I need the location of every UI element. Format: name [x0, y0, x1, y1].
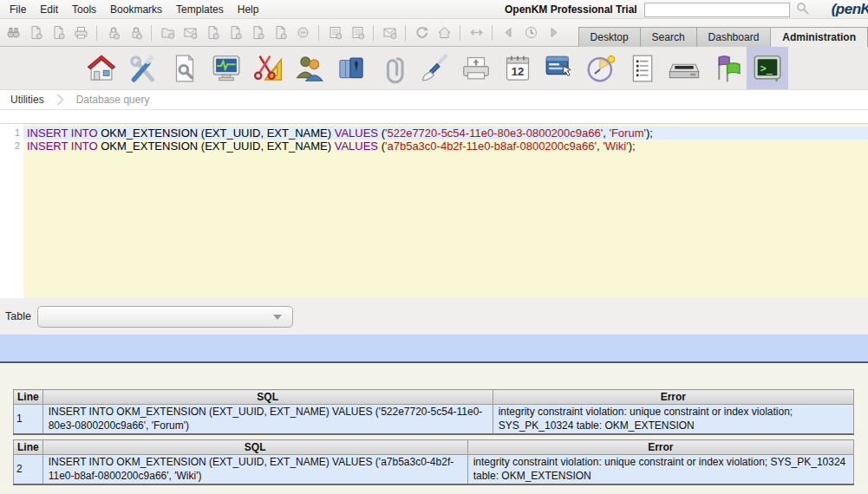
document-add-icon[interactable] — [201, 23, 224, 42]
sql-token: INSERT INTO — [27, 127, 101, 140]
table-select-label: Table — [5, 310, 31, 322]
column-header-line: Line — [14, 440, 43, 455]
breadcrumb-item-utilities[interactable]: Utilities — [10, 94, 44, 106]
menu-item-bookmarks[interactable]: Bookmarks — [103, 1, 169, 18]
scissors-ruler-icon[interactable] — [247, 47, 289, 89]
result-cell-sql: INSERT INTO OKM_EXTENSION (EXT_UUID, EXT… — [42, 405, 493, 435]
document-wrench-icon[interactable] — [164, 47, 206, 89]
magnifier-icon[interactable] — [796, 2, 809, 18]
refresh-icon[interactable] — [410, 23, 433, 42]
wardrobe-icon[interactable] — [330, 47, 372, 89]
calendar-icon[interactable]: 12 — [497, 47, 538, 89]
result-table-2: LineSQLError2INSERT INTO OKM_EXTENSION (… — [13, 439, 854, 485]
tab-desktop[interactable]: Desktop — [578, 27, 640, 47]
report-icon[interactable] — [622, 47, 663, 89]
table-select-row: Table — [0, 298, 868, 335]
menu-item-tools[interactable]: Tools — [65, 1, 103, 18]
terminal-icon[interactable]: >_ — [747, 47, 788, 89]
result-table-1: LineSQLError1INSERT INTO OKM_EXTENSION (… — [13, 389, 854, 435]
editor-gutter: 12 — [0, 124, 23, 298]
home-icon[interactable] — [81, 47, 122, 89]
sql-token: ); — [629, 140, 636, 153]
line-number: 2 — [0, 140, 20, 153]
splitter-resize-icon[interactable] — [465, 23, 487, 42]
export-pdf-icon[interactable] — [47, 23, 69, 42]
sql-token: 'Wiki' — [603, 140, 629, 153]
menu-item-help[interactable]: Help — [231, 1, 266, 18]
toolbar-separator — [96, 25, 97, 41]
document-download-icon[interactable] — [246, 23, 269, 42]
menu-item-templates[interactable]: Templates — [169, 1, 231, 18]
flags-icon[interactable] — [705, 47, 747, 89]
find-icon[interactable] — [2, 23, 24, 42]
scheduled-icon[interactable] — [519, 23, 542, 42]
breadcrumb-separator-icon — [56, 94, 64, 106]
sql-token: VALUES — [335, 127, 382, 140]
lock-add-icon[interactable] — [101, 23, 124, 42]
mail-forward-icon[interactable] — [378, 23, 401, 42]
menu-bar: FileEditToolsBookmarksTemplatesHelp Open… — [0, 0, 868, 19]
column-header-sql: SQL — [42, 390, 493, 405]
breadcrumb-item-database-query: Database query — [76, 94, 150, 106]
forward-icon[interactable] — [542, 23, 565, 42]
sql-token: '522e7720-5c54-11e0-80e3-0800200c9a66' — [385, 127, 603, 140]
line-number: 1 — [0, 127, 20, 140]
workflow-icon[interactable] — [538, 47, 580, 89]
table-select[interactable] — [37, 306, 293, 328]
home-set-icon[interactable] — [433, 23, 455, 42]
lock-remove-icon[interactable] — [124, 23, 147, 42]
result-cell-error: integrity constraint violation: unique c… — [493, 405, 853, 435]
admin-icon-bar: 12>_ — [0, 47, 868, 90]
toolbar-separator — [373, 25, 374, 41]
code-line-2[interactable]: INSERT INTO OKM_EXTENSION (EXT_UUID, EXT… — [23, 140, 868, 153]
code-line-1[interactable]: INSERT INTO OKM_EXTENSION (EXT_UUID, EXT… — [23, 127, 868, 140]
back-icon[interactable] — [497, 23, 519, 42]
print-icon[interactable] — [69, 23, 92, 42]
header-right: OpenKM Professional Trial (penKM — [505, 1, 868, 18]
sql-editor[interactable]: 12 INSERT INTO OKM_EXTENSION (EXT_UUID, … — [0, 123, 868, 298]
tab-administration[interactable]: Administration — [770, 27, 868, 47]
tools-icon[interactable] — [122, 47, 164, 89]
document-remove-icon[interactable] — [269, 23, 291, 42]
editor-spacer — [0, 110, 868, 123]
menu-item-edit[interactable]: Edit — [33, 1, 65, 18]
result-header-row: LineSQLError — [14, 440, 854, 455]
property-group-remove-icon[interactable] — [346, 23, 369, 42]
result-header-row: LineSQLError — [14, 390, 854, 405]
tab-search[interactable]: Search — [640, 27, 696, 47]
sql-token: ); — [646, 127, 653, 140]
column-header-error: Error — [493, 390, 853, 405]
sql-token: 'Forum' — [609, 127, 646, 140]
column-header-error: Error — [467, 440, 853, 455]
menu-bar-items: FileEditToolsBookmarksTemplatesHelp — [3, 1, 265, 18]
paperclip-icon[interactable] — [372, 47, 414, 89]
svg-text:>_: >_ — [760, 62, 773, 75]
toolbar-separator — [318, 25, 319, 41]
result-row: 1INSERT INTO OKM_EXTENSION (EXT_UUID, EX… — [14, 405, 854, 435]
stamp-icon[interactable] — [414, 47, 455, 89]
document-edit-icon[interactable] — [224, 23, 246, 42]
quick-search-input[interactable] — [644, 3, 790, 17]
folder-add-icon[interactable] — [156, 23, 179, 42]
printer-icon[interactable] — [455, 47, 497, 89]
tab-dashboard[interactable]: Dashboard — [696, 27, 771, 47]
result-cell-line: 2 — [14, 455, 43, 485]
users-icon[interactable] — [289, 47, 330, 89]
menu-item-file[interactable]: File — [3, 1, 33, 18]
clock-icon[interactable] — [580, 47, 622, 89]
mail-create-icon[interactable] — [179, 23, 201, 42]
cancel-checkout-icon[interactable] — [291, 23, 314, 42]
result-row: 2INSERT INTO OKM_EXTENSION (EXT_UUID, EX… — [14, 455, 854, 485]
property-group-add-icon[interactable] — [323, 23, 346, 42]
openkm-administration-window: { "app": { "title": "OpenKM Professional… — [0, 0, 868, 494]
scanner-icon[interactable] — [663, 47, 705, 89]
result-cell-error: integrity constraint violation: unique c… — [467, 455, 853, 485]
breadcrumb: UtilitiesDatabase query — [0, 90, 868, 110]
sql-token: INSERT INTO — [27, 140, 101, 153]
toolbar-icons — [2, 23, 565, 42]
editor-code[interactable]: INSERT INTO OKM_EXTENSION (EXT_UUID, EXT… — [23, 124, 868, 298]
export-document-icon[interactable] — [24, 23, 47, 42]
monitor-icon[interactable] — [206, 47, 247, 89]
sql-token: OKM_EXTENSION (EXT_UUID, EXT_NAME) — [101, 127, 334, 140]
sql-token: 'a7b5a3c0-4b2f-11e0-b8af-0800200c9a66' — [385, 140, 597, 153]
